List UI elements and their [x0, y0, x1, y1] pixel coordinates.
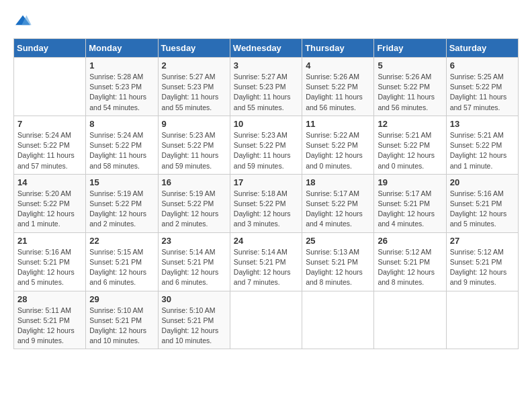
calendar-header-thursday: Thursday	[302, 39, 374, 58]
day-number: 27	[450, 236, 515, 246]
calendar-table: SundayMondayTuesdayWednesdayThursdayFrid…	[13, 38, 519, 349]
calendar-cell: 26Sunrise: 5:12 AM Sunset: 5:21 PM Dayli…	[374, 232, 446, 291]
day-number: 21	[17, 236, 82, 246]
calendar-cell: 28Sunrise: 5:11 AM Sunset: 5:21 PM Dayli…	[14, 291, 86, 349]
calendar-cell: 9Sunrise: 5:23 AM Sunset: 5:22 PM Daylig…	[158, 116, 230, 174]
day-info: Sunrise: 5:12 AM Sunset: 5:21 PM Dayligh…	[450, 247, 515, 288]
calendar-cell: 2Sunrise: 5:27 AM Sunset: 5:23 PM Daylig…	[158, 58, 230, 116]
day-info: Sunrise: 5:16 AM Sunset: 5:21 PM Dayligh…	[17, 247, 82, 288]
calendar-cell: 6Sunrise: 5:25 AM Sunset: 5:22 PM Daylig…	[446, 58, 518, 116]
day-info: Sunrise: 5:26 AM Sunset: 5:22 PM Dayligh…	[306, 72, 370, 113]
calendar-cell: 23Sunrise: 5:14 AM Sunset: 5:21 PM Dayli…	[158, 232, 230, 291]
calendar-cell: 13Sunrise: 5:21 AM Sunset: 5:22 PM Dayli…	[446, 116, 518, 174]
calendar-header-friday: Friday	[374, 39, 446, 58]
calendar-cell: 7Sunrise: 5:24 AM Sunset: 5:22 PM Daylig…	[14, 116, 86, 174]
calendar-cell	[230, 291, 302, 349]
logo-icon	[13, 14, 32, 28]
calendar-cell: 29Sunrise: 5:10 AM Sunset: 5:21 PM Dayli…	[86, 291, 158, 349]
day-info: Sunrise: 5:17 AM Sunset: 5:21 PM Dayligh…	[378, 189, 442, 230]
day-info: Sunrise: 5:18 AM Sunset: 5:22 PM Dayligh…	[234, 189, 298, 230]
day-info: Sunrise: 5:24 AM Sunset: 5:22 PM Dayligh…	[17, 130, 82, 171]
day-info: Sunrise: 5:13 AM Sunset: 5:21 PM Dayligh…	[306, 247, 370, 288]
day-info: Sunrise: 5:12 AM Sunset: 5:21 PM Dayligh…	[378, 247, 442, 288]
day-number: 3	[234, 60, 298, 71]
day-info: Sunrise: 5:21 AM Sunset: 5:22 PM Dayligh…	[378, 130, 442, 171]
day-info: Sunrise: 5:16 AM Sunset: 5:21 PM Dayligh…	[450, 189, 515, 230]
calendar-cell	[446, 291, 518, 349]
day-number: 8	[89, 119, 154, 129]
calendar-header-row: SundayMondayTuesdayWednesdayThursdayFrid…	[14, 39, 519, 58]
day-number: 6	[450, 60, 515, 71]
calendar-header-tuesday: Tuesday	[158, 39, 230, 58]
calendar-cell: 5Sunrise: 5:26 AM Sunset: 5:22 PM Daylig…	[374, 58, 446, 116]
day-info: Sunrise: 5:10 AM Sunset: 5:21 PM Dayligh…	[89, 306, 154, 347]
day-info: Sunrise: 5:19 AM Sunset: 5:22 PM Dayligh…	[162, 189, 226, 230]
day-number: 13	[450, 119, 515, 129]
day-info: Sunrise: 5:14 AM Sunset: 5:21 PM Dayligh…	[162, 247, 226, 288]
day-info: Sunrise: 5:26 AM Sunset: 5:22 PM Dayligh…	[378, 72, 442, 113]
day-info: Sunrise: 5:23 AM Sunset: 5:22 PM Dayligh…	[234, 130, 298, 171]
day-number: 2	[162, 60, 226, 71]
day-number: 25	[306, 236, 370, 246]
day-info: Sunrise: 5:23 AM Sunset: 5:22 PM Dayligh…	[162, 130, 226, 171]
header	[13, 13, 519, 28]
day-info: Sunrise: 5:21 AM Sunset: 5:22 PM Dayligh…	[450, 130, 515, 171]
calendar-cell	[14, 58, 86, 116]
day-info: Sunrise: 5:11 AM Sunset: 5:21 PM Dayligh…	[17, 306, 82, 347]
calendar-cell: 17Sunrise: 5:18 AM Sunset: 5:22 PM Dayli…	[230, 174, 302, 232]
calendar-cell: 15Sunrise: 5:19 AM Sunset: 5:22 PM Dayli…	[86, 174, 158, 232]
calendar-cell: 11Sunrise: 5:22 AM Sunset: 5:22 PM Dayli…	[302, 116, 374, 174]
day-number: 30	[162, 294, 226, 304]
day-number: 14	[17, 177, 82, 187]
day-number: 12	[378, 119, 442, 129]
day-number: 16	[162, 177, 226, 187]
day-info: Sunrise: 5:14 AM Sunset: 5:21 PM Dayligh…	[234, 247, 298, 288]
day-number: 20	[450, 177, 515, 187]
day-info: Sunrise: 5:15 AM Sunset: 5:21 PM Dayligh…	[89, 247, 154, 288]
calendar-cell: 3Sunrise: 5:27 AM Sunset: 5:23 PM Daylig…	[230, 58, 302, 116]
day-number: 15	[89, 177, 154, 187]
calendar-header-sunday: Sunday	[14, 39, 86, 58]
calendar-cell: 1Sunrise: 5:28 AM Sunset: 5:23 PM Daylig…	[86, 58, 158, 116]
calendar-cell: 4Sunrise: 5:26 AM Sunset: 5:22 PM Daylig…	[302, 58, 374, 116]
calendar-cell: 16Sunrise: 5:19 AM Sunset: 5:22 PM Dayli…	[158, 174, 230, 232]
day-number: 22	[89, 236, 154, 246]
calendar-cell: 10Sunrise: 5:23 AM Sunset: 5:22 PM Dayli…	[230, 116, 302, 174]
day-number: 7	[17, 119, 82, 129]
day-number: 26	[378, 236, 442, 246]
day-number: 9	[162, 119, 226, 129]
calendar-cell: 19Sunrise: 5:17 AM Sunset: 5:21 PM Dayli…	[374, 174, 446, 232]
calendar-header-wednesday: Wednesday	[230, 39, 302, 58]
calendar-cell: 24Sunrise: 5:14 AM Sunset: 5:21 PM Dayli…	[230, 232, 302, 291]
calendar-cell: 22Sunrise: 5:15 AM Sunset: 5:21 PM Dayli…	[86, 232, 158, 291]
day-info: Sunrise: 5:24 AM Sunset: 5:22 PM Dayligh…	[89, 130, 154, 171]
day-info: Sunrise: 5:25 AM Sunset: 5:22 PM Dayligh…	[450, 72, 515, 113]
calendar-cell: 30Sunrise: 5:10 AM Sunset: 5:21 PM Dayli…	[158, 291, 230, 349]
day-number: 11	[306, 119, 370, 129]
day-info: Sunrise: 5:19 AM Sunset: 5:22 PM Dayligh…	[89, 189, 154, 230]
day-number: 4	[306, 60, 370, 71]
calendar-cell	[374, 291, 446, 349]
day-number: 5	[378, 60, 442, 71]
day-number: 29	[89, 294, 154, 304]
calendar-week-2: 7Sunrise: 5:24 AM Sunset: 5:22 PM Daylig…	[14, 116, 519, 174]
calendar-cell: 27Sunrise: 5:12 AM Sunset: 5:21 PM Dayli…	[446, 232, 518, 291]
day-number: 1	[89, 60, 154, 71]
calendar-week-5: 28Sunrise: 5:11 AM Sunset: 5:21 PM Dayli…	[14, 291, 519, 349]
calendar-header-monday: Monday	[86, 39, 158, 58]
calendar-cell: 21Sunrise: 5:16 AM Sunset: 5:21 PM Dayli…	[14, 232, 86, 291]
day-number: 10	[234, 119, 298, 129]
calendar-cell	[302, 291, 374, 349]
logo	[13, 13, 35, 28]
day-info: Sunrise: 5:20 AM Sunset: 5:22 PM Dayligh…	[17, 189, 82, 230]
calendar-cell: 14Sunrise: 5:20 AM Sunset: 5:22 PM Dayli…	[14, 174, 86, 232]
day-number: 28	[17, 294, 82, 304]
day-info: Sunrise: 5:27 AM Sunset: 5:23 PM Dayligh…	[234, 72, 298, 113]
calendar-cell: 18Sunrise: 5:17 AM Sunset: 5:22 PM Dayli…	[302, 174, 374, 232]
day-info: Sunrise: 5:27 AM Sunset: 5:23 PM Dayligh…	[162, 72, 226, 113]
day-info: Sunrise: 5:22 AM Sunset: 5:22 PM Dayligh…	[306, 130, 370, 171]
day-number: 18	[306, 177, 370, 187]
calendar-cell: 12Sunrise: 5:21 AM Sunset: 5:22 PM Dayli…	[374, 116, 446, 174]
calendar-week-3: 14Sunrise: 5:20 AM Sunset: 5:22 PM Dayli…	[14, 174, 519, 232]
calendar-week-4: 21Sunrise: 5:16 AM Sunset: 5:21 PM Dayli…	[14, 232, 519, 291]
